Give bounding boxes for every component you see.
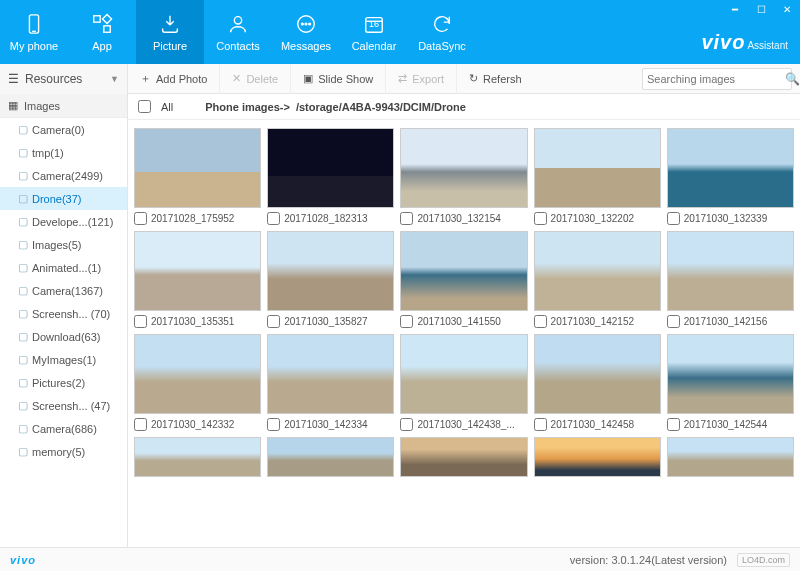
image-checkbox[interactable]	[400, 315, 413, 328]
image-card[interactable]: 20171030_132339	[667, 128, 794, 225]
nav-picture[interactable]: Picture	[136, 0, 204, 64]
image-caption: 20171030_135351	[134, 311, 261, 328]
thumbnail[interactable]	[667, 437, 794, 477]
image-checkbox[interactable]	[534, 212, 547, 225]
select-all-checkbox[interactable]	[138, 100, 151, 113]
image-card[interactable]: 20171030_142458	[534, 334, 661, 431]
nav-datasync[interactable]: DataSync	[408, 0, 476, 64]
sidebar-item[interactable]: ▢Animated...(1)	[0, 256, 127, 279]
thumbnail[interactable]	[267, 334, 394, 414]
resources-dropdown[interactable]: ☰ Resources ▼	[0, 64, 128, 94]
thumbnail[interactable]	[134, 334, 261, 414]
sidebar-item[interactable]: ▢Images(5)	[0, 233, 127, 256]
image-card[interactable]: 20171030_141550	[400, 231, 527, 328]
sidebar-item[interactable]: ▢Screensh... (47)	[0, 394, 127, 417]
sidebar-item[interactable]: ▢Pictures(2)	[0, 371, 127, 394]
image-card[interactable]: 20171030_142156	[667, 231, 794, 328]
image-checkbox[interactable]	[667, 315, 680, 328]
folder-icon: ▢	[18, 353, 28, 366]
thumbnail[interactable]	[400, 128, 527, 208]
image-card[interactable]	[667, 437, 794, 477]
image-checkbox[interactable]	[667, 212, 680, 225]
nav-my-phone[interactable]: My phone	[0, 0, 68, 64]
sidebar-item[interactable]: ▢Develope...(121)	[0, 210, 127, 233]
slideshow-button[interactable]: ▣ Slide Show	[291, 64, 386, 94]
sidebar-item[interactable]: ▢Camera(686)	[0, 417, 127, 440]
thumbnail[interactable]	[667, 334, 794, 414]
image-card[interactable]: 20171030_132202	[534, 128, 661, 225]
nav-contacts[interactable]: Contacts	[204, 0, 272, 64]
image-checkbox[interactable]	[134, 315, 147, 328]
add-photo-button[interactable]: ＋ Add Photo	[128, 64, 220, 94]
thumbnail[interactable]	[667, 231, 794, 311]
image-card[interactable]: 20171028_175952	[134, 128, 261, 225]
refresh-button[interactable]: ↻ Refersh	[457, 64, 534, 94]
image-card[interactable]: 20171030_142334	[267, 334, 394, 431]
image-card[interactable]: 20171030_142332	[134, 334, 261, 431]
sidebar-item[interactable]: ▢Screensh... (70)	[0, 302, 127, 325]
svg-rect-0	[29, 15, 38, 33]
sidebar-item[interactable]: ▢Camera(0)	[0, 118, 127, 141]
close-button[interactable]: ✕	[778, 2, 796, 16]
thumbnail[interactable]	[534, 231, 661, 311]
delete-button[interactable]: ✕ Delete	[220, 64, 291, 94]
thumbnail[interactable]	[267, 231, 394, 311]
export-button[interactable]: ⇄ Export	[386, 64, 457, 94]
image-checkbox[interactable]	[400, 418, 413, 431]
nav-label: App	[92, 40, 112, 52]
thumbnail[interactable]	[534, 128, 661, 208]
thumbnail[interactable]	[400, 437, 527, 477]
image-card[interactable]	[400, 437, 527, 477]
thumbnail[interactable]	[267, 437, 394, 477]
image-checkbox[interactable]	[267, 315, 280, 328]
image-checkbox[interactable]	[267, 212, 280, 225]
image-card[interactable]: 20171030_135827	[267, 231, 394, 328]
sidebar-item[interactable]: ▢MyImages(1)	[0, 348, 127, 371]
image-grid[interactable]: 20171028_17595220171028_18231320171030_1…	[128, 120, 800, 547]
sidebar-item[interactable]: ▢memory(5)	[0, 440, 127, 463]
thumbnail[interactable]	[134, 231, 261, 311]
thumbnail[interactable]	[400, 334, 527, 414]
image-checkbox[interactable]	[134, 418, 147, 431]
sidebar-item[interactable]: ▢tmp(1)	[0, 141, 127, 164]
main-content: All Phone images-> /storage/A4BA-9943/DC…	[128, 94, 800, 547]
thumbnail[interactable]	[267, 128, 394, 208]
image-checkbox[interactable]	[534, 418, 547, 431]
image-checkbox[interactable]	[267, 418, 280, 431]
thumbnail[interactable]	[134, 128, 261, 208]
image-card[interactable]	[267, 437, 394, 477]
nav-calendar[interactable]: 16 Calendar	[340, 0, 408, 64]
search-input[interactable]	[647, 73, 785, 85]
search-box[interactable]: 🔍	[642, 68, 792, 90]
thumbnail[interactable]	[534, 437, 661, 477]
image-checkbox[interactable]	[667, 418, 680, 431]
thumbnail[interactable]	[134, 437, 261, 477]
nav-label: My phone	[10, 40, 58, 52]
minimize-button[interactable]: ━	[726, 2, 744, 16]
maximize-button[interactable]: ☐	[752, 2, 770, 16]
sidebar-item[interactable]: ▢Camera(1367)	[0, 279, 127, 302]
image-name: 20171030_135351	[151, 316, 234, 327]
image-card[interactable]: 20171028_182313	[267, 128, 394, 225]
image-checkbox[interactable]	[534, 315, 547, 328]
site-badge: LO4D.com	[737, 553, 790, 567]
sidebar-item[interactable]: ▢Download(63)	[0, 325, 127, 348]
image-card[interactable]: 20171030_142152	[534, 231, 661, 328]
nav-app[interactable]: App	[68, 0, 136, 64]
image-card[interactable]: 20171030_132154	[400, 128, 527, 225]
all-label: All	[161, 101, 173, 113]
image-card[interactable]: 20171030_142544	[667, 334, 794, 431]
image-checkbox[interactable]	[134, 212, 147, 225]
thumbnail[interactable]	[400, 231, 527, 311]
image-card[interactable]	[534, 437, 661, 477]
image-card[interactable]	[134, 437, 261, 477]
image-card[interactable]: 20171030_142438_...	[400, 334, 527, 431]
thumbnail[interactable]	[667, 128, 794, 208]
thumbnail[interactable]	[534, 334, 661, 414]
nav-messages[interactable]: Messages	[272, 0, 340, 64]
image-card[interactable]: 20171030_135351	[134, 231, 261, 328]
sidebar-item[interactable]: ▢Drone(37)	[0, 187, 127, 210]
sidebar-item[interactable]: ▢Camera(2499)	[0, 164, 127, 187]
image-checkbox[interactable]	[400, 212, 413, 225]
sidebar-group-images[interactable]: ▦ Images	[0, 94, 127, 118]
